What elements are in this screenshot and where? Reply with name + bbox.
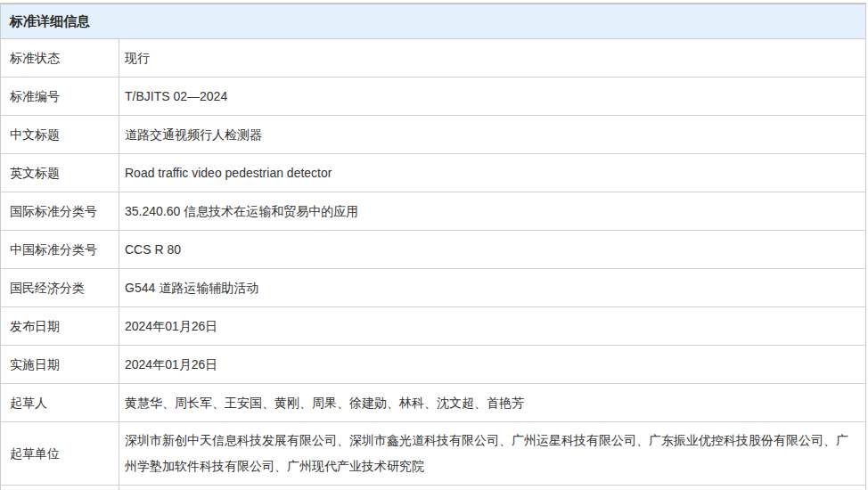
table-row: 发布日期 2024年01月26日 <box>1 307 865 346</box>
table-row: 标准编号 T/BJITS 02—2024 <box>1 78 865 116</box>
row-label-ics-number: 国际标准分类号 <box>1 192 119 230</box>
table-row: 标准状态 现行 <box>1 39 865 78</box>
row-label-economy-class: 国民经济分类 <box>1 269 119 306</box>
table-row: 中文标题 道路交通视频行人检测器 <box>1 116 865 154</box>
table-row: 起草单位 深圳市新创中天信息科技发展有限公司、深圳市鑫光道科技有限公司、广州运星… <box>1 422 865 486</box>
row-label-chinese-title: 中文标题 <box>1 116 119 153</box>
row-value-economy-class: G544 道路运输辅助活动 <box>119 269 865 306</box>
row-label-drafters: 起草人 <box>1 384 119 421</box>
table-row: 起草人 黄慧华、周长军、王安国、黄刚、周果、徐建勋、林科、沈文超、首艳芳 <box>1 384 865 422</box>
row-label-publish-date: 发布日期 <box>1 307 119 345</box>
table-row: 中国标准分类号 CCS R 80 <box>1 231 865 269</box>
row-value-english-title: Road traffic video pedestrian detector <box>119 154 865 192</box>
row-label-english-title: 英文标题 <box>1 154 119 192</box>
row-value-ccs-number: CCS R 80 <box>119 231 865 268</box>
row-value-ics-number: 35.240.60 信息技术在运输和贸易中的应用 <box>119 192 865 230</box>
row-label-standard-number: 标准编号 <box>1 78 119 115</box>
standard-detail-page: 标准详细信息 标准状态 现行 标准编号 T/BJITS 02—2024 中文标题… <box>0 0 868 490</box>
row-value-drafting-organizations: 深圳市新创中天信息科技发展有限公司、深圳市鑫光道科技有限公司、广州运星科技有限公… <box>119 422 865 485</box>
table-row: 国际标准分类号 35.240.60 信息技术在运输和贸易中的应用 <box>1 192 865 231</box>
row-label-standard-status: 标准状态 <box>1 39 119 77</box>
table-row: 实施日期 2024年01月26日 <box>1 346 865 384</box>
row-label-ccs-number: 中国标准分类号 <box>1 231 119 268</box>
row-value-standard-number: T/BJITS 02—2024 <box>119 78 865 115</box>
standard-detail-panel: 标准详细信息 标准状态 现行 标准编号 T/BJITS 02—2024 中文标题… <box>0 3 866 490</box>
table-row: 国民经济分类 G544 道路运输辅助活动 <box>1 269 865 307</box>
panel-title: 标准详细信息 <box>1 4 865 39</box>
table-row: 英文标题 Road traffic video pedestrian detec… <box>1 154 865 192</box>
row-value-implement-date: 2024年01月26日 <box>119 346 865 383</box>
row-value-chinese-title: 道路交通视频行人检测器 <box>119 116 865 153</box>
row-value-publish-date: 2024年01月26日 <box>119 307 865 345</box>
row-label-implement-date: 实施日期 <box>1 346 119 383</box>
row-label-drafting-organizations: 起草单位 <box>1 422 119 485</box>
next-row-value-stub <box>119 486 865 490</box>
row-value-standard-status: 现行 <box>119 39 865 77</box>
next-row-cutoff <box>1 486 865 490</box>
next-row-label-stub <box>1 486 119 490</box>
row-value-drafters: 黄慧华、周长军、王安国、黄刚、周果、徐建勋、林科、沈文超、首艳芳 <box>119 384 865 421</box>
